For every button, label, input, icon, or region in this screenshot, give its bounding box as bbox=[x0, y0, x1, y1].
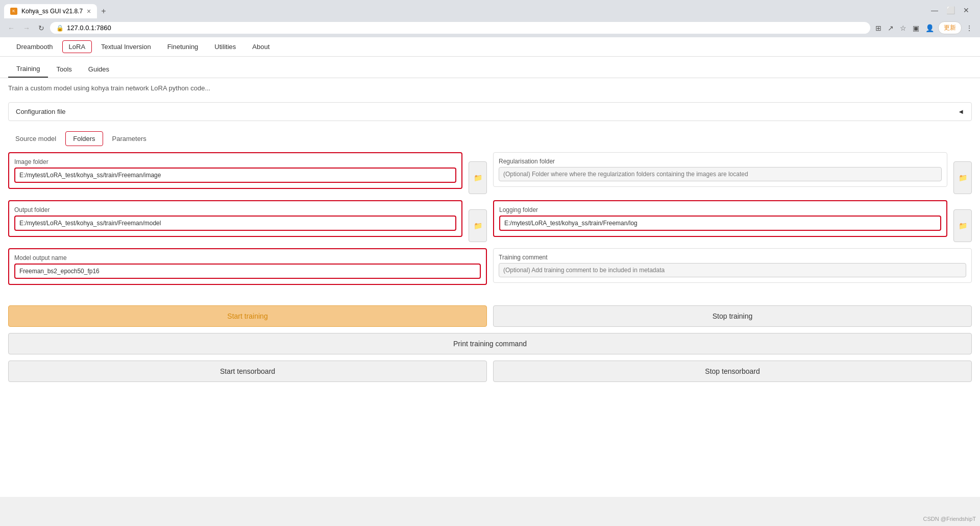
output-folder-box: Output folder bbox=[8, 200, 462, 237]
output-folder-group: Output folder bbox=[8, 200, 462, 239]
tab-title: Kohya_ss GUI v21.8.7 bbox=[21, 8, 83, 15]
start-tensorboard-button[interactable]: Start tensorboard bbox=[8, 361, 487, 382]
logging-folder-label: Logging folder bbox=[499, 206, 941, 213]
nav-tab-textual-inversion[interactable]: Textual Inversion bbox=[93, 37, 159, 56]
tensorboard-buttons-row: Start tensorboard Stop tensorboard bbox=[8, 361, 972, 382]
sub-tab-tools[interactable]: Tools bbox=[48, 61, 80, 78]
account-button[interactable]: 👤 bbox=[923, 22, 936, 34]
output-folder-input[interactable] bbox=[14, 216, 456, 231]
translate-button[interactable]: ⊞ bbox=[873, 22, 884, 34]
training-comment-input[interactable] bbox=[499, 263, 966, 277]
logging-folder-input[interactable] bbox=[499, 216, 941, 231]
bookmark-button[interactable]: ☆ bbox=[898, 22, 909, 34]
form-area: Image folder 📁 Regularisation folder 📁 bbox=[0, 146, 980, 299]
regularisation-folder-label: Regularisation folder bbox=[499, 158, 942, 165]
nav-tab-lora[interactable]: LoRA bbox=[62, 40, 92, 53]
browser-tab[interactable]: K Kohya_ss GUI v21.8.7 × bbox=[4, 4, 97, 18]
content-tabs: Source model Folders Parameters bbox=[0, 125, 980, 146]
image-folder-box: Image folder bbox=[8, 152, 462, 189]
lock-icon: 🔒 bbox=[56, 25, 64, 32]
logging-folder-box: Logging folder bbox=[493, 200, 947, 237]
regularisation-folder-browse-button[interactable]: 📁 bbox=[953, 161, 972, 194]
regularisation-folder-input[interactable] bbox=[499, 167, 942, 181]
nav-tab-utilities[interactable]: Utilities bbox=[206, 37, 244, 56]
stop-tensorboard-button[interactable]: Stop tensorboard bbox=[493, 361, 972, 382]
main-nav: Dreambooth LoRA Textual Inversion Finetu… bbox=[0, 37, 980, 57]
new-tab-button[interactable]: + bbox=[97, 5, 110, 18]
window-close-button[interactable]: ✕ bbox=[961, 5, 972, 15]
config-file-header[interactable]: Configuration file ◄ bbox=[9, 103, 971, 121]
logging-folder-group: Logging folder bbox=[493, 200, 947, 239]
config-file-label: Configuration file bbox=[16, 108, 66, 115]
output-folder-label: Output folder bbox=[14, 206, 456, 213]
logging-folder-browse-button[interactable]: 📁 bbox=[953, 209, 972, 242]
content-tab-source-model[interactable]: Source model bbox=[8, 131, 63, 146]
url-text: 127.0.0.1:7860 bbox=[67, 24, 111, 32]
start-training-button[interactable]: Start training bbox=[8, 305, 487, 327]
nav-tab-finetuning[interactable]: Finetuning bbox=[159, 37, 207, 56]
sub-tab-training[interactable]: Training bbox=[8, 61, 48, 78]
regularisation-folder-group: Regularisation folder bbox=[493, 152, 947, 189]
model-output-name-box: Model output name bbox=[8, 248, 487, 285]
back-button[interactable]: ← bbox=[5, 23, 17, 33]
model-output-name-input[interactable] bbox=[14, 264, 481, 279]
update-button[interactable]: 更新 bbox=[938, 21, 962, 34]
sub-tabs: Training Tools Guides bbox=[0, 57, 980, 78]
window-minimize-button[interactable]: — bbox=[928, 5, 941, 15]
nav-tab-about[interactable]: About bbox=[244, 37, 278, 56]
favicon: K bbox=[10, 8, 17, 15]
print-training-button[interactable]: Print training command bbox=[8, 333, 972, 354]
image-folder-browse-button[interactable]: 📁 bbox=[469, 161, 487, 194]
model-output-name-label: Model output name bbox=[14, 254, 481, 261]
nav-tab-dreambooth[interactable]: Dreambooth bbox=[8, 37, 61, 56]
sub-tab-guides[interactable]: Guides bbox=[80, 61, 117, 78]
config-file-section: Configuration file ◄ bbox=[8, 102, 972, 121]
content-tab-folders[interactable]: Folders bbox=[65, 131, 103, 146]
page-description: Train a custom model using kohya train n… bbox=[0, 78, 980, 98]
address-bar: 🔒 127.0.0.1:7860 bbox=[50, 22, 870, 34]
tab-close-button[interactable]: × bbox=[87, 7, 91, 15]
share-button[interactable]: ↗ bbox=[886, 22, 896, 34]
output-folder-browse-button[interactable]: 📁 bbox=[469, 209, 487, 242]
image-folder-input[interactable] bbox=[14, 168, 456, 183]
image-folder-label: Image folder bbox=[14, 158, 456, 165]
sidebar-button[interactable]: ▣ bbox=[911, 22, 921, 34]
regularisation-folder-box: Regularisation folder bbox=[493, 152, 947, 187]
model-output-name-group: Model output name bbox=[8, 248, 487, 287]
stop-training-button[interactable]: Stop training bbox=[493, 305, 972, 327]
window-maximize-button[interactable]: ⬜ bbox=[944, 5, 958, 15]
reload-button[interactable]: ↻ bbox=[36, 23, 47, 33]
content-tab-parameters[interactable]: Parameters bbox=[105, 131, 154, 146]
forward-button[interactable]: → bbox=[20, 23, 33, 33]
image-folder-group: Image folder bbox=[8, 152, 462, 191]
config-arrow-icon: ◄ bbox=[958, 108, 964, 115]
menu-button[interactable]: ⋮ bbox=[964, 22, 975, 34]
training-buttons-row: Start training Stop training bbox=[8, 305, 972, 327]
training-comment-group: Training comment bbox=[493, 248, 972, 285]
training-comment-box: Training comment bbox=[493, 248, 972, 283]
training-comment-label: Training comment bbox=[499, 254, 966, 261]
